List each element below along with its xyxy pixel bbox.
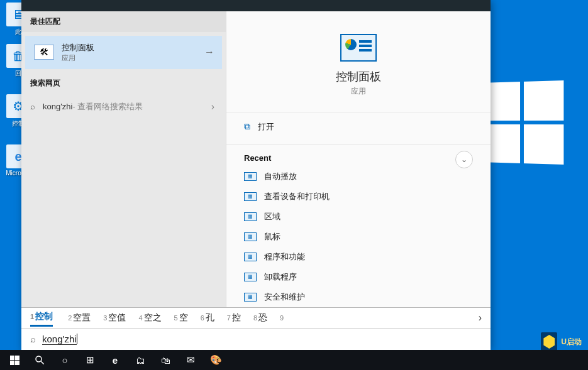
recent-item[interactable]: ▦区域: [244, 207, 473, 227]
ime-candidate[interactable]: 6孔: [201, 312, 214, 324]
control-panel-small-icon: ▦: [244, 232, 257, 241]
ime-index: 7: [227, 314, 231, 322]
mail-icon: ✉: [187, 354, 195, 366]
recent-item-label: 鼠标: [264, 231, 280, 242]
recent-item[interactable]: ▦程序和功能: [244, 247, 473, 267]
best-match-subtitle: 应用: [62, 53, 94, 63]
web-suffix: - 查看网络搜索结果: [72, 101, 143, 112]
folder-icon: 🗂: [136, 355, 145, 366]
search-icon: [34, 354, 45, 366]
recent-header: Recent: [244, 153, 473, 163]
taskbar-paint[interactable]: 🎨: [205, 351, 226, 369]
ime-index: 6: [201, 314, 204, 322]
control-panel-large-icon: [340, 34, 377, 62]
search-input-row[interactable]: ⌕ kong'zhi: [21, 328, 491, 350]
taskbar-explorer[interactable]: 🗂: [130, 351, 151, 369]
ime-candidate[interactable]: 4空之: [138, 312, 161, 324]
start-button[interactable]: [4, 351, 25, 369]
chevron-right-icon: ›: [211, 101, 214, 112]
task-view-icon: ⊞: [86, 354, 94, 366]
recent-item-label: 区域: [264, 211, 280, 222]
open-action[interactable]: ⧉ 打开: [244, 112, 473, 141]
best-match-title: 控制面板: [62, 42, 94, 53]
taskbar-search-button[interactable]: [29, 351, 50, 369]
expand-button[interactable]: ⌄: [455, 151, 473, 168]
ime-index: 4: [138, 314, 142, 322]
edge-icon: e: [113, 355, 118, 366]
open-icon: ⧉: [244, 121, 250, 132]
recent-item[interactable]: ▦自动播放: [244, 166, 473, 187]
search-icon: ⌕: [30, 334, 36, 344]
recent-item[interactable]: ▦卸载程序: [244, 267, 473, 287]
control-panel-small-icon: ▦: [244, 293, 257, 302]
recent-item[interactable]: ▦鼠标: [244, 227, 473, 247]
open-label: 打开: [258, 121, 274, 133]
svg-line-1: [41, 361, 44, 364]
search-icon: ⌕: [30, 102, 35, 111]
best-match-item[interactable]: 🛠 控制面板 应用 →: [25, 36, 222, 69]
start-search-panel: 最佳匹配 🛠 控制面板 应用 → 搜索网页 ⌕ kong'zhi - 查看网络搜…: [21, 0, 491, 350]
ime-index: 2: [68, 314, 72, 322]
ime-candidate[interactable]: 1控制: [30, 311, 53, 322]
ime-candidate[interactable]: 3空值: [103, 312, 126, 324]
results-column: 最佳匹配 🛠 控制面板 应用 → 搜索网页 ⌕ kong'zhi - 查看网络搜…: [21, 11, 226, 307]
ime-candidate[interactable]: 8恐: [253, 312, 267, 324]
panel-titlebar: [21, 0, 491, 11]
ime-candidate[interactable]: 9: [280, 312, 285, 324]
ime-candidate-bar: 1控制 2空置3空值4空之5空6孔7控8恐9 ›: [21, 307, 491, 328]
web-query: kong'zhi: [43, 102, 72, 111]
ime-composition: kong'zhi: [42, 334, 77, 345]
recent-item-label: 查看设备和打印机: [264, 191, 330, 202]
taskbar-mail[interactable]: ✉: [180, 351, 201, 369]
control-panel-small-icon: ▦: [244, 212, 257, 221]
ime-candidate[interactable]: 2空置: [68, 312, 91, 324]
recent-item[interactable]: ▦安全和维护: [244, 287, 473, 307]
chevron-right-icon[interactable]: ›: [479, 312, 482, 324]
shield-icon: [541, 332, 557, 351]
ime-index: 9: [280, 314, 284, 322]
ime-index: 8: [253, 314, 257, 322]
ime-index: 5: [174, 314, 178, 322]
web-search-header: 搜索网页: [21, 73, 226, 94]
preview-title: 控制面板: [244, 69, 473, 84]
windows-logo: [483, 80, 564, 165]
ime-index: 1: [30, 313, 34, 320]
ime-index: 3: [103, 314, 107, 322]
paint-icon: 🎨: [210, 354, 222, 366]
recent-item[interactable]: ▦查看设备和打印机: [244, 187, 473, 207]
recent-item-label: 自动播放: [264, 171, 297, 182]
taskbar: ○ ⊞ e 🗂 🛍 ✉ 🎨: [0, 350, 588, 370]
web-search-item[interactable]: ⌕ kong'zhi - 查看网络搜索结果 ›: [21, 94, 226, 120]
preview-subtitle: 应用: [244, 86, 473, 97]
preview-column: 控制面板 应用 ⧉ 打开 ⌄ Recent ▦自动播放▦查看设备和打印机▦区域▦…: [226, 11, 491, 307]
control-panel-small-icon: ▦: [244, 192, 257, 201]
store-icon: 🛍: [161, 355, 170, 366]
control-panel-small-icon: ▦: [244, 172, 257, 181]
recent-item-label: 安全和维护: [264, 291, 305, 303]
recent-item-label: 程序和功能: [264, 251, 305, 263]
chevron-down-icon: ⌄: [461, 155, 467, 164]
svg-point-0: [36, 356, 42, 362]
control-panel-small-icon: ▦: [244, 253, 257, 261]
divider: [226, 144, 491, 144]
arrow-right-icon: →: [204, 46, 214, 58]
ime-candidate[interactable]: 7控: [227, 312, 241, 324]
search-input[interactable]: kong'zhi: [42, 334, 482, 344]
recent-item-label: 卸载程序: [264, 271, 297, 283]
taskbar-edge[interactable]: e: [104, 351, 126, 369]
windows-icon: [10, 356, 19, 365]
best-match-header: 最佳匹配: [21, 11, 226, 32]
taskbar-store[interactable]: 🛍: [155, 351, 176, 369]
control-panel-icon: 🛠: [34, 45, 54, 60]
watermark: U启动: [541, 332, 582, 351]
ime-candidate[interactable]: 5空: [174, 312, 188, 324]
control-panel-small-icon: ▦: [244, 273, 257, 281]
cortana-button[interactable]: ○: [54, 351, 75, 369]
task-view-button[interactable]: ⊞: [79, 351, 101, 369]
cortana-icon: ○: [62, 355, 67, 366]
